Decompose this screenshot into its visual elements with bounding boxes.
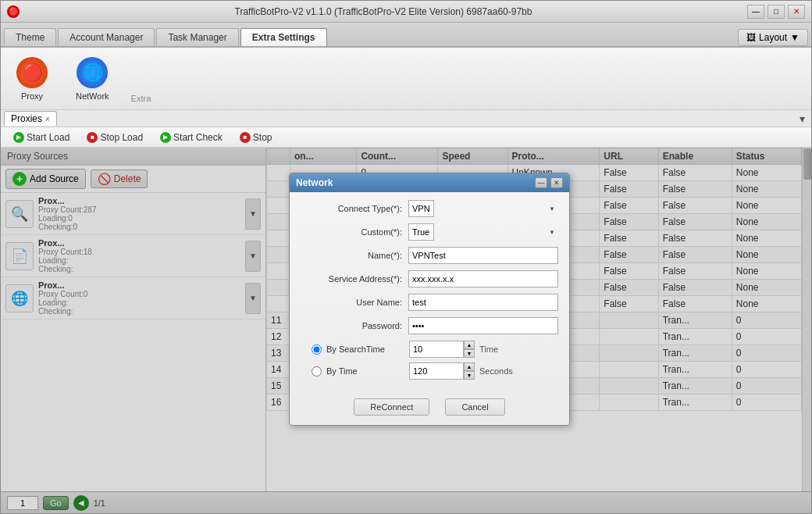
start-load-button[interactable]: ▶ Start Load (7, 130, 76, 145)
by-search-time-label: By SearchTime (326, 344, 404, 354)
connect-type-select[interactable]: VPN (408, 200, 434, 217)
by-search-time-radio[interactable] (312, 344, 322, 355)
tab-theme[interactable]: Theme (4, 28, 56, 46)
form-row-service-address: Service Address(*): (301, 270, 558, 287)
start-load-label: Start Load (27, 132, 69, 143)
layout-button[interactable]: 🖼 Layout ▼ (738, 29, 808, 46)
form-row-password: Password: (301, 317, 558, 334)
modal-body: Connect Type(*): VPN Custom(*): (290, 192, 569, 392)
search-time-spinner: ▲ ▼ (409, 341, 475, 358)
content-area: Proxies × ▾ ▶ Start Load ■ Stop Load ▶ S… (1, 110, 811, 513)
stop-load-button[interactable]: ■ Stop Load (80, 130, 149, 145)
modal-footer: ReConnect Cancel (290, 392, 569, 425)
by-time-unit: Seconds (479, 366, 513, 376)
modal-minimize[interactable]: — (535, 177, 547, 188)
content-main: Proxy Sources + Add Source 🚫 Delete (1, 148, 811, 513)
minimize-button[interactable]: — (747, 5, 764, 19)
search-time-up[interactable]: ▲ (464, 341, 475, 349)
name-field-label: Name(*): (301, 251, 402, 260)
search-time-down[interactable]: ▼ (464, 349, 475, 358)
layout-icon: 🖼 (746, 32, 756, 43)
reconnect-button[interactable]: ReConnect (354, 398, 429, 416)
by-time-radio[interactable] (312, 366, 322, 377)
start-check-button[interactable]: ▶ Start Check (154, 130, 229, 145)
toolbar-network[interactable]: 🌐 NetWork (69, 54, 116, 104)
form-row-name: Name(*): (301, 247, 558, 264)
stop-icon: ■ (240, 132, 251, 143)
by-time-up[interactable]: ▲ (464, 362, 475, 371)
cancel-button[interactable]: Cancel (445, 398, 504, 416)
tab-area: Proxies × ▾ (1, 110, 811, 127)
tab-task-manager[interactable]: Task Manager (156, 28, 238, 46)
by-time-label: By Time (326, 366, 404, 376)
title-bar: 🔴 TrafficBotPro-V2 v1.1.0 (TrafficBotPro… (1, 1, 811, 23)
by-time-input[interactable] (409, 362, 464, 380)
service-address-label: Service Address(*): (301, 274, 402, 284)
modal-close[interactable]: ✕ (550, 177, 563, 188)
form-row-custom: Custom(*): True (301, 223, 558, 241)
password-label: Password: (301, 321, 402, 330)
toolbar-section: Extra (131, 94, 151, 103)
modal-overlay: Network — ✕ Connect Type(*): VPN (1, 148, 811, 513)
tab-extra-settings[interactable]: Extra Settings (240, 28, 327, 46)
tab-dropdown[interactable]: ▾ (796, 112, 808, 125)
form-row-username: User Name: (301, 294, 558, 311)
name-input[interactable] (408, 247, 558, 264)
network-modal: Network — ✕ Connect Type(*): VPN (289, 173, 570, 426)
proxies-tab[interactable]: Proxies × (4, 111, 57, 126)
by-time-arrows: ▲ ▼ (464, 362, 475, 380)
radio-row-search-time: By SearchTime ▲ ▼ Time (301, 341, 558, 358)
radio-row-by-time: By Time ▲ ▼ Seconds (301, 362, 558, 380)
window-title: TrafficBotPro-V2 v1.1.0 (TrafficBotPro-V… (235, 6, 532, 17)
network-label: NetWork (76, 91, 109, 101)
toolbar-proxy[interactable]: 🔴 Proxy (10, 54, 54, 104)
tab-account-manager[interactable]: Account Manager (58, 28, 155, 46)
password-input[interactable] (408, 317, 558, 334)
proxies-tab-close[interactable]: × (45, 115, 50, 123)
custom-select[interactable]: True (408, 223, 434, 241)
start-load-icon: ▶ (13, 132, 24, 143)
proxy-label: Proxy (21, 91, 43, 101)
layout-chevron: ▼ (790, 32, 800, 43)
stop-load-label: Stop Load (100, 132, 143, 143)
stop-load-icon: ■ (87, 132, 98, 143)
network-icon: 🌐 (77, 57, 108, 88)
window-controls: — □ ✕ (747, 5, 805, 19)
modal-title-bar: Network — ✕ (290, 173, 569, 192)
close-button[interactable]: ✕ (788, 5, 805, 19)
by-time-down[interactable]: ▼ (464, 371, 475, 380)
by-time-spinner: ▲ ▼ (409, 362, 475, 380)
menu-bar: Theme Account Manager Task Manager Extra… (1, 23, 811, 48)
main-toolbar: 🔴 Proxy 🌐 NetWork Extra (1, 48, 811, 110)
start-check-label: Start Check (173, 132, 223, 143)
connect-type-label: Connect Type(*): (301, 204, 402, 213)
username-input[interactable] (408, 294, 558, 311)
search-time-input[interactable] (409, 341, 464, 358)
proxies-tab-label: Proxies (11, 113, 42, 124)
service-address-input[interactable] (408, 270, 558, 287)
custom-label: Custom(*): (301, 227, 402, 237)
stop-label: Stop (253, 132, 272, 143)
modal-title: Network (296, 177, 333, 188)
modal-controls: — ✕ (535, 177, 563, 188)
search-time-arrows: ▲ ▼ (464, 341, 475, 358)
maximize-button[interactable]: □ (767, 5, 785, 19)
start-check-icon: ▶ (160, 132, 171, 143)
app-window: 🔴 TrafficBotPro-V2 v1.1.0 (TrafficBotPro… (0, 0, 812, 514)
search-time-unit: Time (479, 344, 498, 354)
layout-label: Layout (759, 32, 787, 43)
app-icon: 🔴 (7, 5, 20, 18)
proxy-icon: 🔴 (16, 57, 48, 88)
username-label: User Name: (301, 298, 402, 307)
sub-toolbar: ▶ Start Load ■ Stop Load ▶ Start Check ■… (1, 127, 811, 148)
stop-button[interactable]: ■ Stop (233, 130, 279, 145)
form-row-connect-type: Connect Type(*): VPN (301, 200, 558, 217)
connect-type-wrapper: VPN (408, 200, 558, 217)
custom-wrapper: True (408, 223, 558, 241)
